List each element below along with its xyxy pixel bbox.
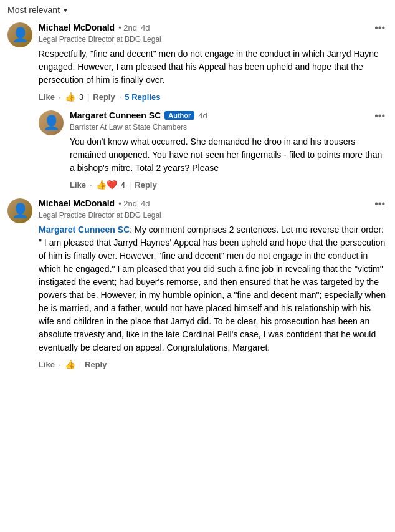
comment-content: Michael McDonald • 2nd 4d ••• Legal Prac…	[39, 22, 388, 102]
reply-button[interactable]: Reply	[93, 92, 115, 102]
commenter-name[interactable]: Michael McDonald	[39, 198, 115, 208]
reaction-icon: 👍	[65, 359, 75, 369]
comment-item: 👤 Margaret Cunneen SC Author 4d ••• Barr…	[39, 110, 388, 190]
comment-content: Margaret Cunneen SC Author 4d ••• Barris…	[70, 110, 388, 190]
more-options-icon[interactable]: •••	[372, 198, 388, 210]
connection-degree: • 2nd	[118, 23, 137, 32]
reply-button[interactable]: Reply	[85, 360, 107, 369]
comment-meta: Michael McDonald • 2nd 4d	[39, 22, 150, 32]
more-options-icon[interactable]: •••	[372, 110, 388, 122]
comment-header: Michael McDonald • 2nd 4d •••	[39, 198, 388, 210]
sort-label: Most relevant	[7, 5, 60, 15]
comment-meta: Margaret Cunneen SC Author 4d	[70, 110, 207, 120]
comment-header: Margaret Cunneen SC Author 4d •••	[70, 110, 388, 122]
commenter-title: Barrister At Law at State Chambers	[70, 123, 388, 132]
comment-header: Michael McDonald • 2nd 4d •••	[39, 22, 388, 34]
author-badge: Author	[164, 111, 194, 120]
reaction-count: 3	[79, 92, 83, 102]
avatar: 👤	[7, 22, 32, 47]
like-button[interactable]: Like	[70, 180, 86, 190]
mention-link[interactable]: Margaret Cunneen SC	[39, 225, 130, 235]
avatar: 👤	[39, 110, 64, 135]
commenter-title: Legal Practice Director at BDG Legal	[39, 211, 388, 220]
comment-item: 👤 Michael McDonald • 2nd 4d ••• Legal Pr…	[7, 198, 388, 369]
timestamp: 4d	[141, 199, 150, 208]
reaction-icon: 👍❤️	[96, 180, 117, 190]
comment-item: 👤 Michael McDonald • 2nd 4d ••• Legal Pr…	[7, 22, 388, 102]
reaction-row: Like · 👍 3 | Reply · 5 Replies	[39, 92, 388, 102]
reaction-count: 4	[121, 180, 125, 190]
reaction-row: Like · 👍 | Reply	[39, 359, 388, 369]
replies-link[interactable]: 5 Replies	[125, 92, 160, 102]
comment-meta: Michael McDonald • 2nd 4d	[39, 198, 150, 208]
commenter-title: Legal Practice Director at BDG Legal	[39, 35, 388, 44]
sort-row[interactable]: Most relevant ▼	[7, 5, 388, 15]
commenter-name[interactable]: Michael McDonald	[39, 22, 115, 32]
timestamp: 4d	[198, 111, 207, 120]
avatar: 👤	[7, 198, 32, 223]
more-options-icon[interactable]: •••	[372, 22, 388, 34]
like-button[interactable]: Like	[39, 92, 55, 102]
comment-text: You don't know what occurred. She demand…	[70, 135, 388, 175]
connection-degree: • 2nd	[118, 199, 137, 208]
chevron-down-icon: ▼	[62, 7, 69, 14]
reaction-icon: 👍	[65, 92, 75, 102]
like-button[interactable]: Like	[39, 360, 55, 369]
reaction-row: Like · 👍❤️ 4 | Reply	[70, 180, 388, 190]
commenter-name[interactable]: Margaret Cunneen SC	[70, 110, 161, 120]
timestamp: 4d	[141, 23, 150, 32]
comment-text: Margaret Cunneen SC: My comment comprise…	[39, 223, 388, 354]
comment-content: Michael McDonald • 2nd 4d ••• Legal Prac…	[39, 198, 388, 369]
reply-button[interactable]: Reply	[135, 180, 156, 190]
comment-text: Respectfully, "fine and decent" men do n…	[39, 47, 388, 87]
